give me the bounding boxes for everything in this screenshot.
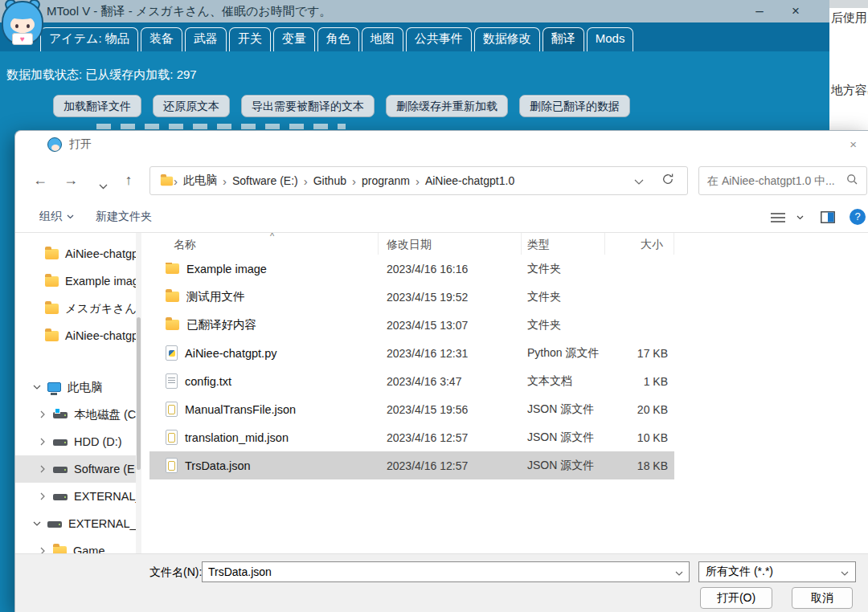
sidebar-scrollbar[interactable] xyxy=(136,233,141,553)
scrollbar-thumb[interactable] xyxy=(137,317,141,470)
dialog-titlebar: 打开 × xyxy=(15,131,868,158)
up-icon[interactable]: ↑ xyxy=(118,172,139,189)
sidebar-item-external-usb-1[interactable]: EXTERNAL_U xyxy=(15,483,136,510)
mtool-window-title: MTool V - 翻译 - メスガキさん、催眠のお時間です。 xyxy=(47,4,331,19)
load-translation-button[interactable]: 加载翻译文件 xyxy=(53,95,141,117)
drive-icon xyxy=(53,494,68,500)
column-header-size[interactable]: 大小 xyxy=(605,233,674,255)
file-row-ainiee-py[interactable]: AiNiee-chatgpt.py 2023/4/16 12:31 Python… xyxy=(149,339,674,367)
tab-weapons[interactable]: 武器 xyxy=(185,27,227,51)
file-row-manualtransfile-json[interactable]: ManualTransFile.json 2023/4/15 19:56 JSO… xyxy=(149,395,674,423)
organize-button[interactable]: 组织 xyxy=(39,210,74,224)
search-box[interactable] xyxy=(698,166,867,195)
file-row-trsdata-json[interactable]: TrsData.json 2023/4/16 12:57 JSON 源文件 18… xyxy=(149,451,674,479)
dialog-close-icon[interactable]: × xyxy=(850,137,857,151)
help-icon[interactable]: ? xyxy=(850,209,866,225)
address-dropdown-chevron-icon[interactable] xyxy=(634,173,644,188)
file-row-translation-mid-json[interactable]: translation_mid.json 2023/4/16 12:57 JSO… xyxy=(149,423,674,451)
column-header-date[interactable]: 修改日期 xyxy=(379,233,522,255)
tab-mods[interactable]: Mods xyxy=(587,27,634,51)
restore-original-button[interactable]: 还原原文本 xyxy=(153,95,230,117)
breadcrumb-this-pc[interactable]: 此电脑 xyxy=(178,173,223,188)
export-untranslated-button[interactable]: 导出需要被翻译的文本 xyxy=(241,95,375,117)
sidebar-item-folder-2[interactable]: Example image xyxy=(15,267,136,295)
drive-icon xyxy=(53,467,68,473)
sidebar-item-external-usb-2[interactable]: EXTERNAL_USI xyxy=(15,510,136,537)
dialog-toolbar: 组织 新建文件夹 ? xyxy=(15,202,868,233)
minimize-icon[interactable]: – xyxy=(747,2,772,21)
sidebar-item-folder-4[interactable]: AiNiee-chatgp xyxy=(15,322,136,349)
drive-icon xyxy=(47,521,62,528)
refresh-icon[interactable] xyxy=(661,173,674,189)
navigation-pane: AiNiee-chatgp Example image メスガキさん、 AiNi… xyxy=(15,233,136,553)
file-row-test-files[interactable]: 测试用文件 2023/4/15 19:52 文件夹 xyxy=(149,283,674,311)
sidebar-item-folder-1[interactable]: AiNiee-chatgp xyxy=(15,240,136,267)
filename-label: 文件名(N): xyxy=(149,561,202,582)
chevron-right-icon[interactable] xyxy=(37,492,48,500)
json-file-icon xyxy=(166,430,178,445)
breadcrumb-github[interactable]: Github xyxy=(308,174,352,187)
file-row-example-image[interactable]: Example image 2023/4/16 16:16 文件夹 xyxy=(149,255,674,283)
close-icon[interactable]: × xyxy=(784,2,808,21)
column-header-name[interactable]: 名称 ^ xyxy=(149,233,379,255)
filename-input[interactable] xyxy=(203,565,675,578)
back-icon[interactable]: ← xyxy=(30,172,51,189)
sidebar-item-drive-d[interactable]: HDD (D:) xyxy=(15,428,136,455)
open-button[interactable]: 打开(O) xyxy=(700,587,772,609)
chevron-down-icon xyxy=(841,565,849,578)
breadcrumb-progranm[interactable]: progranm xyxy=(356,174,416,187)
tab-characters[interactable]: 角色 xyxy=(317,27,359,51)
chevron-right-icon[interactable] xyxy=(37,547,48,553)
breadcrumb-drive-e[interactable]: Software (E:) xyxy=(227,174,304,187)
sidebar-item-drive-c[interactable]: 本地磁盘 (C:) xyxy=(15,401,136,428)
file-list-header: 名称 ^ 修改日期 类型 大小 xyxy=(149,233,868,255)
view-mode-chevron-icon[interactable] xyxy=(796,215,804,220)
folder-icon xyxy=(166,263,179,274)
chevron-down-icon[interactable] xyxy=(31,385,43,390)
dialog-footer: 文件名(N): 所有文件 (*.*) 打开(O) 取消 xyxy=(15,553,868,612)
sidebar-item-game[interactable]: Game xyxy=(15,537,136,553)
chevron-right-icon[interactable] xyxy=(37,465,48,473)
folder-icon xyxy=(166,320,179,330)
tab-switches[interactable]: 开关 xyxy=(229,27,271,51)
tab-common-events[interactable]: 公共事件 xyxy=(406,27,472,51)
app-logo-avatar: ♥ xyxy=(2,1,43,45)
mtool-tab-bar: アイテム: 物品 装备 武器 开关 变量 角色 地图 公共事件 数据修改 翻译 … xyxy=(0,22,829,51)
tab-variables[interactable]: 变量 xyxy=(273,27,315,51)
preview-pane-icon[interactable] xyxy=(821,211,835,223)
address-bar[interactable]: › 此电脑 › Software (E:) › Github › progran… xyxy=(149,166,688,195)
chevron-right-icon[interactable] xyxy=(37,410,48,418)
chevron-down-icon[interactable] xyxy=(31,521,43,526)
recent-locations-chevron-icon[interactable] xyxy=(92,177,113,194)
sidebar-item-folder-3[interactable]: メスガキさん、 xyxy=(15,295,136,322)
search-input[interactable] xyxy=(707,174,846,187)
open-file-dialog: 打开 × ← → ↑ › 此电脑 › Software (E:) › Githu… xyxy=(14,130,868,612)
folder-icon xyxy=(45,331,59,341)
forward-icon[interactable]: → xyxy=(60,172,81,189)
cancel-button[interactable]: 取消 xyxy=(792,587,853,609)
load-status-text: 数据加载状态: 已从缓存内加载: 297 xyxy=(6,67,197,83)
new-folder-button[interactable]: 新建文件夹 xyxy=(96,210,152,224)
file-row-translated-content[interactable]: 已翻译好内容 2023/4/15 13:07 文件夹 xyxy=(149,311,674,339)
filename-combobox[interactable] xyxy=(202,561,690,582)
file-row-config-txt[interactable]: config.txt 2023/4/16 3:47 文本文档 1 KB xyxy=(149,367,674,395)
column-header-type[interactable]: 类型 xyxy=(522,233,605,255)
sidebar-item-this-pc[interactable]: 此电脑 xyxy=(15,373,136,401)
view-mode-icon[interactable] xyxy=(771,212,785,223)
json-file-icon xyxy=(166,458,178,473)
delete-translated-button[interactable]: 删除已翻译的数据 xyxy=(519,95,630,117)
chevron-down-icon[interactable] xyxy=(675,565,689,579)
tab-maps[interactable]: 地图 xyxy=(362,27,403,51)
clear-cache-reload-button[interactable]: 删除缓存并重新加载 xyxy=(386,95,508,117)
tab-equipment[interactable]: 装备 xyxy=(141,27,182,51)
tab-items[interactable]: アイテム: 物品 xyxy=(40,27,138,51)
tab-translate[interactable]: 翻译 xyxy=(542,27,584,51)
chevron-right-icon[interactable] xyxy=(37,438,48,446)
file-list: 名称 ^ 修改日期 类型 大小 Example image 2023/4/16 … xyxy=(149,233,868,553)
sidebar-item-drive-e[interactable]: Software (E:) xyxy=(15,455,136,483)
breadcrumb-current-folder[interactable]: AiNiee-chatgpt1.0 xyxy=(420,174,520,187)
background-text-bottom: 地方容易 xyxy=(831,83,868,98)
tab-data-edit[interactable]: 数据修改 xyxy=(474,27,540,51)
file-type-filter-combobox[interactable]: 所有文件 (*.*) xyxy=(698,561,856,582)
location-folder-icon xyxy=(161,176,173,186)
